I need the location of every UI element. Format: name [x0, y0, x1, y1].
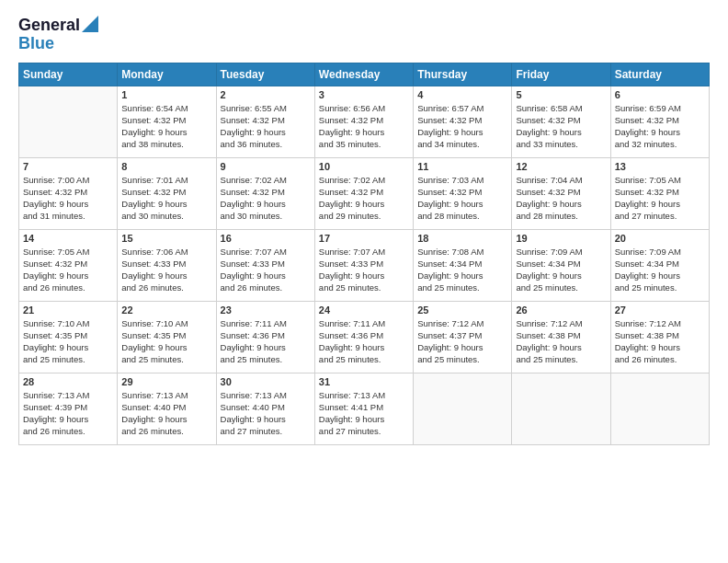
day-number: 5: [516, 89, 606, 100]
day-number: 20: [615, 233, 705, 244]
calendar-cell: 29Sunrise: 7:13 AMSunset: 4:40 PMDayligh…: [118, 373, 216, 444]
calendar-cell: 23Sunrise: 7:11 AMSunset: 4:36 PMDayligh…: [216, 301, 314, 373]
cell-info: Sunrise: 7:13 AMSunset: 4:41 PMDaylight:…: [319, 389, 409, 438]
cell-info: Sunrise: 7:01 AMSunset: 4:32 PMDaylight:…: [121, 174, 211, 223]
cell-info: Sunrise: 6:55 AMSunset: 4:32 PMDaylight:…: [221, 102, 311, 151]
calendar-week-2: 7Sunrise: 7:00 AMSunset: 4:32 PMDaylight…: [19, 157, 710, 229]
day-number: 31: [319, 376, 409, 387]
cell-info: Sunrise: 7:05 AMSunset: 4:32 PMDaylight:…: [23, 246, 113, 294]
day-number: 15: [121, 233, 211, 244]
cell-info: Sunrise: 7:13 AMSunset: 4:40 PMDaylight:…: [221, 389, 311, 438]
cell-info: Sunrise: 7:06 AMSunset: 4:33 PMDaylight:…: [121, 246, 211, 294]
day-number: 11: [417, 161, 507, 172]
calendar-header-monday: Monday: [118, 63, 216, 86]
calendar-header-row: SundayMondayTuesdayWednesdayThursdayFrid…: [19, 63, 710, 86]
calendar-cell: 6Sunrise: 6:59 AMSunset: 4:32 PMDaylight…: [610, 86, 709, 157]
day-number: 8: [121, 161, 211, 172]
calendar-week-5: 28Sunrise: 7:13 AMSunset: 4:39 PMDayligh…: [19, 373, 710, 444]
day-number: 6: [615, 89, 705, 100]
calendar-cell: 8Sunrise: 7:01 AMSunset: 4:32 PMDaylight…: [118, 157, 216, 229]
logo: General Blue: [18, 17, 98, 53]
calendar-header-thursday: Thursday: [414, 63, 512, 86]
cell-info: Sunrise: 7:12 AMSunset: 4:38 PMDaylight:…: [615, 317, 705, 366]
calendar-header-wednesday: Wednesday: [314, 63, 413, 86]
calendar-cell: 11Sunrise: 7:03 AMSunset: 4:32 PMDayligh…: [414, 157, 512, 229]
cell-info: Sunrise: 7:04 AMSunset: 4:32 PMDaylight:…: [516, 174, 606, 223]
calendar-cell: 7Sunrise: 7:00 AMSunset: 4:32 PMDaylight…: [19, 157, 118, 229]
calendar-cell: 4Sunrise: 6:57 AMSunset: 4:32 PMDaylight…: [414, 86, 512, 157]
logo-blue: Blue: [18, 35, 54, 53]
day-number: 2: [221, 89, 311, 100]
calendar-cell: 21Sunrise: 7:10 AMSunset: 4:35 PMDayligh…: [19, 301, 118, 373]
day-number: 30: [221, 376, 311, 387]
day-number: 25: [417, 304, 507, 316]
day-number: 19: [516, 233, 606, 244]
cell-info: Sunrise: 7:10 AMSunset: 4:35 PMDaylight:…: [121, 317, 211, 366]
cell-info: Sunrise: 6:57 AMSunset: 4:32 PMDaylight:…: [417, 102, 507, 151]
cell-info: Sunrise: 7:03 AMSunset: 4:32 PMDaylight:…: [417, 174, 507, 223]
cell-info: Sunrise: 7:09 AMSunset: 4:34 PMDaylight:…: [516, 246, 606, 294]
day-number: 10: [319, 161, 409, 172]
calendar-cell: 22Sunrise: 7:10 AMSunset: 4:35 PMDayligh…: [118, 301, 216, 373]
page: General Blue SundayMondayTuesdayWednesda…: [0, 0, 728, 563]
calendar-cell: 12Sunrise: 7:04 AMSunset: 4:32 PMDayligh…: [512, 157, 610, 229]
cell-info: Sunrise: 7:07 AMSunset: 4:33 PMDaylight:…: [319, 246, 409, 294]
calendar-week-1: 1Sunrise: 6:54 AMSunset: 4:32 PMDaylight…: [19, 86, 710, 157]
calendar-cell: 16Sunrise: 7:07 AMSunset: 4:33 PMDayligh…: [216, 229, 314, 301]
calendar-cell: 3Sunrise: 6:56 AMSunset: 4:32 PMDaylight…: [314, 86, 413, 157]
calendar-cell: 31Sunrise: 7:13 AMSunset: 4:41 PMDayligh…: [314, 373, 413, 444]
day-number: 12: [516, 161, 606, 172]
cell-info: Sunrise: 6:58 AMSunset: 4:32 PMDaylight:…: [516, 102, 606, 151]
day-number: 1: [121, 89, 211, 100]
cell-info: Sunrise: 7:05 AMSunset: 4:32 PMDaylight:…: [615, 174, 705, 223]
calendar-week-4: 21Sunrise: 7:10 AMSunset: 4:35 PMDayligh…: [19, 301, 710, 373]
cell-info: Sunrise: 7:12 AMSunset: 4:38 PMDaylight:…: [516, 317, 606, 366]
day-number: 18: [417, 233, 507, 244]
cell-info: Sunrise: 7:13 AMSunset: 4:40 PMDaylight:…: [121, 389, 211, 438]
cell-info: Sunrise: 7:07 AMSunset: 4:33 PMDaylight:…: [221, 246, 311, 294]
calendar-cell: 24Sunrise: 7:11 AMSunset: 4:36 PMDayligh…: [314, 301, 413, 373]
cell-info: Sunrise: 7:02 AMSunset: 4:32 PMDaylight:…: [221, 174, 311, 223]
day-number: 7: [23, 161, 113, 172]
cell-info: Sunrise: 7:02 AMSunset: 4:32 PMDaylight:…: [319, 174, 409, 223]
logo-triangle-icon: [82, 16, 98, 32]
calendar-header-sunday: Sunday: [19, 63, 118, 86]
calendar-header-saturday: Saturday: [610, 63, 709, 86]
day-number: 27: [615, 304, 705, 316]
day-number: 16: [221, 233, 311, 244]
day-number: 22: [121, 304, 211, 316]
calendar-cell: 17Sunrise: 7:07 AMSunset: 4:33 PMDayligh…: [314, 229, 413, 301]
day-number: 14: [23, 233, 113, 244]
day-number: 3: [319, 89, 409, 100]
cell-info: Sunrise: 7:11 AMSunset: 4:36 PMDaylight:…: [221, 317, 311, 366]
logo-general: General: [18, 17, 80, 35]
calendar-cell: 30Sunrise: 7:13 AMSunset: 4:40 PMDayligh…: [216, 373, 314, 444]
calendar-cell: 14Sunrise: 7:05 AMSunset: 4:32 PMDayligh…: [19, 229, 118, 301]
calendar-week-3: 14Sunrise: 7:05 AMSunset: 4:32 PMDayligh…: [19, 229, 710, 301]
day-number: 4: [417, 89, 507, 100]
calendar-cell: 25Sunrise: 7:12 AMSunset: 4:37 PMDayligh…: [414, 301, 512, 373]
cell-info: Sunrise: 7:08 AMSunset: 4:34 PMDaylight:…: [417, 246, 507, 294]
calendar-cell: 5Sunrise: 6:58 AMSunset: 4:32 PMDaylight…: [512, 86, 610, 157]
svg-marker-0: [82, 16, 98, 32]
calendar-cell: [19, 86, 118, 157]
calendar-cell: 26Sunrise: 7:12 AMSunset: 4:38 PMDayligh…: [512, 301, 610, 373]
calendar-cell: 18Sunrise: 7:08 AMSunset: 4:34 PMDayligh…: [414, 229, 512, 301]
day-number: 13: [615, 161, 705, 172]
cell-info: Sunrise: 7:00 AMSunset: 4:32 PMDaylight:…: [23, 174, 113, 223]
day-number: 26: [516, 304, 606, 316]
day-number: 29: [121, 376, 211, 387]
calendar-cell: [610, 373, 709, 444]
calendar-cell: [512, 373, 610, 444]
cell-info: Sunrise: 7:13 AMSunset: 4:39 PMDaylight:…: [23, 389, 113, 438]
calendar-cell: 28Sunrise: 7:13 AMSunset: 4:39 PMDayligh…: [19, 373, 118, 444]
cell-info: Sunrise: 6:59 AMSunset: 4:32 PMDaylight:…: [615, 102, 705, 151]
calendar-cell: 13Sunrise: 7:05 AMSunset: 4:32 PMDayligh…: [610, 157, 709, 229]
calendar-cell: 15Sunrise: 7:06 AMSunset: 4:33 PMDayligh…: [118, 229, 216, 301]
calendar: SundayMondayTuesdayWednesdayThursdayFrid…: [18, 63, 710, 445]
day-number: 9: [221, 161, 311, 172]
header: General Blue: [18, 17, 710, 53]
day-number: 21: [23, 304, 113, 316]
cell-info: Sunrise: 6:54 AMSunset: 4:32 PMDaylight:…: [121, 102, 211, 151]
day-number: 24: [319, 304, 409, 316]
